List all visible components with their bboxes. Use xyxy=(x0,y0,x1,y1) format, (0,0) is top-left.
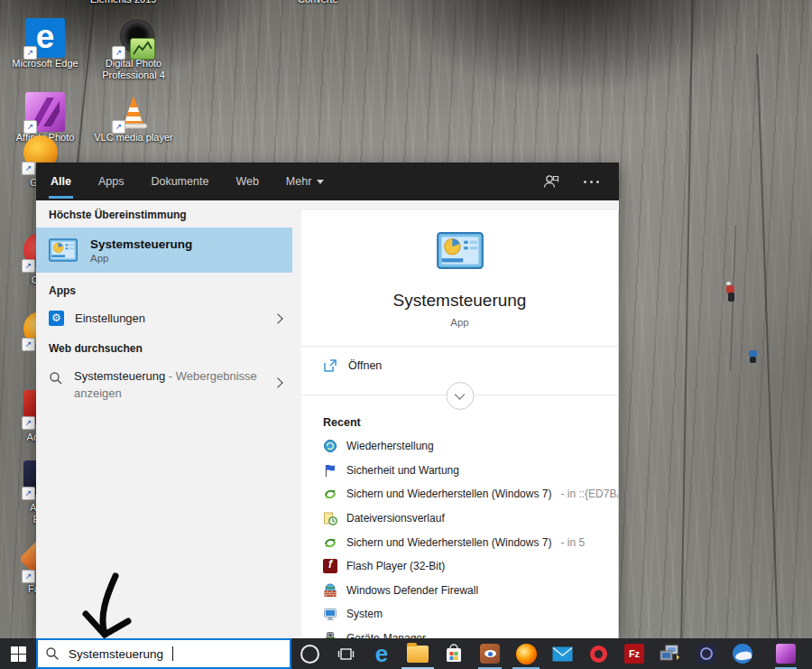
recent-item[interactable]: Dateiversionsverlauf xyxy=(301,506,618,531)
shortcut-arrow-icon: ↗ xyxy=(22,259,35,273)
cortana-button[interactable] xyxy=(291,638,328,669)
open-label: Öffnen xyxy=(348,359,382,372)
taskbar-affinity-button[interactable] xyxy=(768,638,804,669)
tab-apps[interactable]: Apps xyxy=(97,164,126,199)
filezilla-icon: Fz xyxy=(624,644,644,664)
web-query: Systemsteuerung xyxy=(74,369,165,383)
tab-mehr[interactable]: Mehr xyxy=(284,164,326,199)
taskbar-file-explorer-button[interactable] xyxy=(400,638,436,669)
preview-hero: Systemsteuerung App xyxy=(301,210,618,347)
edge-icon: e xyxy=(375,644,388,664)
preview-subtitle: App xyxy=(310,317,609,328)
taskbar-store-button[interactable] xyxy=(436,638,472,669)
recent-item[interactable]: Sichern und Wiederherstellen (Windows 7)… xyxy=(301,482,618,506)
taskbar-remote-desktop-button[interactable] xyxy=(652,638,688,669)
recent-item[interactable]: f Flash Player (32-Bit) xyxy=(301,554,618,579)
recent-item[interactable]: Wiederherstellung xyxy=(301,434,618,459)
backup-restore-icon xyxy=(323,535,337,550)
cortana-icon xyxy=(300,645,319,664)
open-window-icon xyxy=(323,358,337,373)
desktop-icon-label: Digital Photo Professional 4 xyxy=(92,58,175,81)
search-icon xyxy=(45,646,60,661)
recent-header: Recent xyxy=(301,409,618,434)
result-einstellungen[interactable]: ⚙ Einstellungen xyxy=(36,303,292,333)
taskbar-opera-button[interactable] xyxy=(580,638,616,669)
backup-restore-icon xyxy=(323,487,337,501)
preview-column: Systemsteuerung App Öffnen Recent xyxy=(301,210,619,638)
recovery-icon xyxy=(323,439,337,453)
recent-item[interactable]: Sichern und Wiederherstellen (Windows 7)… xyxy=(301,530,618,554)
tab-alle[interactable]: Alle xyxy=(49,164,73,199)
mail-icon xyxy=(552,646,573,662)
security-flag-icon xyxy=(323,463,337,478)
flash-player-icon: f xyxy=(323,559,337,573)
shortcut-arrow-icon: ↗ xyxy=(22,338,35,351)
control-panel-icon xyxy=(49,238,78,262)
search-flyout-panel: Alle Apps Dokumente Web Mehr Höchste Übe… xyxy=(36,163,619,638)
start-button[interactable] xyxy=(0,638,36,669)
chart-overlay-icon xyxy=(130,38,155,60)
sign-in-icon[interactable] xyxy=(542,173,560,190)
shortcut-arrow-icon: ↗ xyxy=(23,46,37,60)
expand-button[interactable] xyxy=(446,382,474,410)
image-viewer-eye-icon xyxy=(480,644,500,664)
best-match-title: Systemsteuerung xyxy=(90,237,192,251)
shortcut-arrow-icon: ↗ xyxy=(22,487,35,500)
taskbar-thunderbird-button[interactable] xyxy=(724,638,761,669)
taskbar-search-input[interactable]: Systemsteuerung xyxy=(36,638,291,669)
file-explorer-icon xyxy=(407,646,429,663)
taskbar-image-viewer-button[interactable] xyxy=(472,638,508,669)
task-view-button[interactable] xyxy=(328,638,364,669)
dark-app-icon xyxy=(697,644,716,664)
expand-divider xyxy=(301,382,618,409)
taskbar-filezilla-button[interactable]: Fz xyxy=(616,638,652,669)
taskbar-edge-button[interactable]: e xyxy=(364,638,400,669)
task-view-icon xyxy=(337,646,355,662)
control-panel-icon-large xyxy=(437,232,484,269)
opera-icon xyxy=(590,646,607,663)
best-match-header: Höchste Übereinstimmung xyxy=(36,200,292,228)
rock-crack xyxy=(756,54,779,650)
desktop-icon-label: Microsoft Edge xyxy=(4,58,87,70)
recent-item[interactable]: Windows Defender Firewall xyxy=(301,579,618,603)
system-monitor-icon xyxy=(323,607,337,621)
cut-desktop-label: Elements 2019 xyxy=(90,0,156,5)
best-match-result[interactable]: Systemsteuerung App xyxy=(36,228,292,273)
taskbar: Systemsteuerung e xyxy=(0,638,812,669)
firefox-icon xyxy=(516,644,537,664)
recent-item[interactable]: Sicherheit und Wartung xyxy=(301,459,618,483)
desktop-icon-digital-photo-professional[interactable]: ↗ Digital Photo Professional 4 xyxy=(92,18,175,81)
recent-item[interactable]: System xyxy=(301,602,618,627)
result-web-search[interactable]: Systemsteuerung - Webergebnisse anzeigen xyxy=(36,361,292,410)
recent-item[interactable]: Geräte-Manager xyxy=(301,627,618,638)
desktop-icon-vlc[interactable]: ↗ VLC media player xyxy=(92,92,175,144)
screen: Elements 2019 Converte e ↗ Microsoft Edg… xyxy=(0,0,812,669)
best-match-subtitle: App xyxy=(90,253,192,264)
chevron-down-icon xyxy=(317,180,324,184)
taskbar-mail-button[interactable] xyxy=(544,638,580,669)
search-query-text: Systemsteuerung xyxy=(69,647,163,661)
shortcut-arrow-icon: ↗ xyxy=(22,570,35,583)
tab-dokumente[interactable]: Dokumente xyxy=(149,164,210,199)
preview-title: Systemsteuerung xyxy=(310,291,609,311)
tab-web[interactable]: Web xyxy=(234,164,260,199)
shortcut-arrow-icon: ↗ xyxy=(112,46,125,60)
device-manager-icon xyxy=(323,631,337,638)
column-gap xyxy=(292,200,301,638)
desktop-icon-label: VLC media player xyxy=(92,132,175,144)
windows-logo-icon xyxy=(11,646,26,662)
open-action[interactable]: Öffnen xyxy=(301,347,618,382)
settings-gear-icon: ⚙ xyxy=(49,311,64,326)
desktop-icon-microsoft-edge[interactable]: e ↗ Microsoft Edge xyxy=(4,18,87,70)
taskbar-firefox-button[interactable] xyxy=(508,638,544,669)
more-options-icon[interactable] xyxy=(584,181,599,183)
cut-desktop-label: Converte xyxy=(298,0,338,5)
remote-desktop-icon xyxy=(660,645,681,663)
text-cursor xyxy=(172,646,173,661)
result-label: Einstellungen xyxy=(75,311,145,325)
taskbar-dark-app-button[interactable] xyxy=(688,638,724,669)
chevron-right-icon xyxy=(272,377,282,387)
chevron-right-icon xyxy=(272,313,282,323)
file-history-icon xyxy=(323,511,337,525)
firewall-icon xyxy=(323,583,337,598)
